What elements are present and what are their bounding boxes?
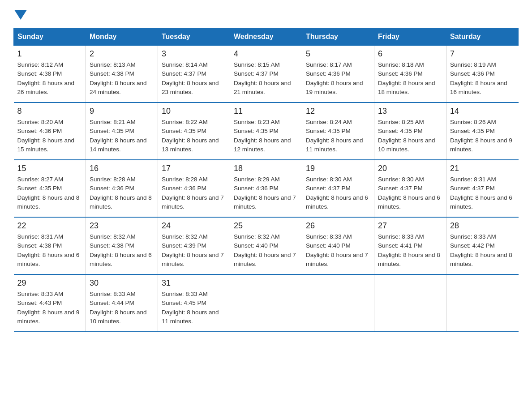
calendar-cell: 10 Sunrise: 8:22 AM Sunset: 4:35 PM Dayl… bbox=[158, 103, 230, 160]
column-header-saturday: Saturday bbox=[446, 28, 519, 46]
calendar-cell: 16 Sunrise: 8:28 AM Sunset: 4:36 PM Dayl… bbox=[86, 160, 158, 217]
calendar-cell: 26 Sunrise: 8:33 AM Sunset: 4:40 PM Dayl… bbox=[302, 217, 374, 274]
logo-triangle-icon bbox=[14, 10, 27, 20]
day-number: 10 bbox=[162, 107, 226, 116]
day-info: Sunrise: 8:31 AM Sunset: 4:38 PM Dayligh… bbox=[17, 232, 82, 269]
column-header-sunday: Sunday bbox=[14, 28, 86, 46]
day-info: Sunrise: 8:30 AM Sunset: 4:37 PM Dayligh… bbox=[306, 175, 370, 211]
day-info: Sunrise: 8:32 AM Sunset: 4:40 PM Dayligh… bbox=[234, 232, 298, 269]
day-number: 30 bbox=[90, 278, 154, 288]
day-info: Sunrise: 8:20 AM Sunset: 4:36 PM Dayligh… bbox=[17, 118, 82, 154]
day-number: 5 bbox=[306, 49, 370, 59]
column-header-wednesday: Wednesday bbox=[230, 28, 302, 46]
page-header bbox=[13, 9, 519, 19]
day-number: 2 bbox=[90, 49, 154, 59]
calendar-cell: 15 Sunrise: 8:27 AM Sunset: 4:35 PM Dayl… bbox=[14, 160, 86, 217]
calendar-cell: 29 Sunrise: 8:33 AM Sunset: 4:43 PM Dayl… bbox=[14, 274, 86, 332]
day-info: Sunrise: 8:28 AM Sunset: 4:36 PM Dayligh… bbox=[90, 175, 154, 211]
calendar-cell: 27 Sunrise: 8:33 AM Sunset: 4:41 PM Dayl… bbox=[374, 217, 446, 274]
day-info: Sunrise: 8:17 AM Sunset: 4:36 PM Dayligh… bbox=[306, 60, 370, 97]
day-number: 17 bbox=[162, 164, 226, 173]
day-number: 23 bbox=[90, 221, 154, 231]
day-number: 8 bbox=[17, 107, 82, 116]
day-info: Sunrise: 8:23 AM Sunset: 4:35 PM Dayligh… bbox=[234, 118, 298, 154]
calendar-cell: 20 Sunrise: 8:30 AM Sunset: 4:37 PM Dayl… bbox=[374, 160, 446, 217]
day-info: Sunrise: 8:30 AM Sunset: 4:37 PM Dayligh… bbox=[378, 175, 442, 211]
calendar-cell bbox=[302, 274, 374, 332]
calendar-cell bbox=[374, 274, 446, 332]
calendar-cell: 9 Sunrise: 8:21 AM Sunset: 4:35 PM Dayli… bbox=[86, 103, 158, 160]
day-number: 12 bbox=[306, 107, 370, 116]
day-info: Sunrise: 8:33 AM Sunset: 4:45 PM Dayligh… bbox=[162, 290, 226, 326]
calendar-cell: 12 Sunrise: 8:24 AM Sunset: 4:35 PM Dayl… bbox=[302, 103, 374, 160]
day-number: 21 bbox=[450, 164, 515, 173]
day-info: Sunrise: 8:12 AM Sunset: 4:38 PM Dayligh… bbox=[17, 60, 82, 97]
calendar-cell: 23 Sunrise: 8:32 AM Sunset: 4:38 PM Dayl… bbox=[86, 217, 158, 274]
day-number: 7 bbox=[450, 49, 515, 59]
day-number: 24 bbox=[162, 221, 226, 231]
day-info: Sunrise: 8:15 AM Sunset: 4:37 PM Dayligh… bbox=[234, 60, 298, 97]
day-number: 15 bbox=[17, 164, 82, 173]
calendar-cell bbox=[230, 274, 302, 332]
calendar-cell: 4 Sunrise: 8:15 AM Sunset: 4:37 PM Dayli… bbox=[230, 46, 302, 103]
calendar-cell: 8 Sunrise: 8:20 AM Sunset: 4:36 PM Dayli… bbox=[14, 103, 86, 160]
week-row-1: 1 Sunrise: 8:12 AM Sunset: 4:38 PM Dayli… bbox=[14, 46, 519, 103]
day-info: Sunrise: 8:26 AM Sunset: 4:35 PM Dayligh… bbox=[450, 118, 515, 154]
calendar-cell: 7 Sunrise: 8:19 AM Sunset: 4:36 PM Dayli… bbox=[446, 46, 519, 103]
week-row-3: 15 Sunrise: 8:27 AM Sunset: 4:35 PM Dayl… bbox=[14, 160, 519, 217]
day-info: Sunrise: 8:22 AM Sunset: 4:35 PM Dayligh… bbox=[162, 118, 226, 154]
calendar-cell: 28 Sunrise: 8:33 AM Sunset: 4:42 PM Dayl… bbox=[446, 217, 519, 274]
calendar-cell: 13 Sunrise: 8:25 AM Sunset: 4:35 PM Dayl… bbox=[374, 103, 446, 160]
day-info: Sunrise: 8:24 AM Sunset: 4:35 PM Dayligh… bbox=[306, 118, 370, 154]
calendar-cell: 24 Sunrise: 8:32 AM Sunset: 4:39 PM Dayl… bbox=[158, 217, 230, 274]
calendar-cell: 6 Sunrise: 8:18 AM Sunset: 4:36 PM Dayli… bbox=[374, 46, 446, 103]
calendar-cell: 5 Sunrise: 8:17 AM Sunset: 4:36 PM Dayli… bbox=[302, 46, 374, 103]
calendar-cell: 11 Sunrise: 8:23 AM Sunset: 4:35 PM Dayl… bbox=[230, 103, 302, 160]
day-info: Sunrise: 8:13 AM Sunset: 4:38 PM Dayligh… bbox=[90, 60, 154, 97]
day-info: Sunrise: 8:33 AM Sunset: 4:40 PM Dayligh… bbox=[306, 232, 370, 269]
column-header-tuesday: Tuesday bbox=[158, 28, 230, 46]
week-row-4: 22 Sunrise: 8:31 AM Sunset: 4:38 PM Dayl… bbox=[14, 217, 519, 274]
day-info: Sunrise: 8:25 AM Sunset: 4:35 PM Dayligh… bbox=[378, 118, 442, 154]
column-header-monday: Monday bbox=[86, 28, 158, 46]
calendar-cell: 17 Sunrise: 8:28 AM Sunset: 4:36 PM Dayl… bbox=[158, 160, 230, 217]
day-number: 29 bbox=[17, 278, 82, 288]
day-number: 4 bbox=[234, 49, 298, 59]
day-number: 14 bbox=[450, 107, 515, 116]
calendar-cell: 19 Sunrise: 8:30 AM Sunset: 4:37 PM Dayl… bbox=[302, 160, 374, 217]
day-info: Sunrise: 8:14 AM Sunset: 4:37 PM Dayligh… bbox=[162, 60, 226, 97]
day-info: Sunrise: 8:21 AM Sunset: 4:35 PM Dayligh… bbox=[90, 118, 154, 154]
calendar-cell: 25 Sunrise: 8:32 AM Sunset: 4:40 PM Dayl… bbox=[230, 217, 302, 274]
column-header-thursday: Thursday bbox=[302, 28, 374, 46]
day-number: 22 bbox=[17, 221, 82, 231]
day-number: 27 bbox=[378, 221, 442, 231]
day-number: 19 bbox=[306, 164, 370, 173]
day-number: 9 bbox=[90, 107, 154, 116]
day-info: Sunrise: 8:19 AM Sunset: 4:36 PM Dayligh… bbox=[450, 60, 515, 97]
calendar-cell: 22 Sunrise: 8:31 AM Sunset: 4:38 PM Dayl… bbox=[14, 217, 86, 274]
day-number: 25 bbox=[234, 221, 298, 231]
calendar-cell: 2 Sunrise: 8:13 AM Sunset: 4:38 PM Dayli… bbox=[86, 46, 158, 103]
calendar-cell: 18 Sunrise: 8:29 AM Sunset: 4:36 PM Dayl… bbox=[230, 160, 302, 217]
column-header-friday: Friday bbox=[374, 28, 446, 46]
day-number: 18 bbox=[234, 164, 298, 173]
calendar-cell: 14 Sunrise: 8:26 AM Sunset: 4:35 PM Dayl… bbox=[446, 103, 519, 160]
day-number: 1 bbox=[17, 49, 82, 59]
day-number: 26 bbox=[306, 221, 370, 231]
day-info: Sunrise: 8:31 AM Sunset: 4:37 PM Dayligh… bbox=[450, 175, 515, 211]
week-row-5: 29 Sunrise: 8:33 AM Sunset: 4:43 PM Dayl… bbox=[14, 274, 519, 332]
day-number: 6 bbox=[378, 49, 442, 59]
day-info: Sunrise: 8:32 AM Sunset: 4:38 PM Dayligh… bbox=[90, 232, 154, 269]
day-number: 31 bbox=[162, 278, 226, 288]
calendar-cell: 1 Sunrise: 8:12 AM Sunset: 4:38 PM Dayli… bbox=[14, 46, 86, 103]
day-info: Sunrise: 8:32 AM Sunset: 4:39 PM Dayligh… bbox=[162, 232, 226, 269]
week-row-2: 8 Sunrise: 8:20 AM Sunset: 4:36 PM Dayli… bbox=[14, 103, 519, 160]
day-info: Sunrise: 8:18 AM Sunset: 4:36 PM Dayligh… bbox=[378, 60, 442, 97]
calendar-cell: 30 Sunrise: 8:33 AM Sunset: 4:44 PM Dayl… bbox=[86, 274, 158, 332]
calendar-table: SundayMondayTuesdayWednesdayThursdayFrid… bbox=[13, 28, 519, 332]
calendar-cell: 3 Sunrise: 8:14 AM Sunset: 4:37 PM Dayli… bbox=[158, 46, 230, 103]
day-number: 11 bbox=[234, 107, 298, 116]
calendar-cell: 31 Sunrise: 8:33 AM Sunset: 4:45 PM Dayl… bbox=[158, 274, 230, 332]
logo bbox=[13, 9, 28, 19]
day-info: Sunrise: 8:29 AM Sunset: 4:36 PM Dayligh… bbox=[234, 175, 298, 211]
